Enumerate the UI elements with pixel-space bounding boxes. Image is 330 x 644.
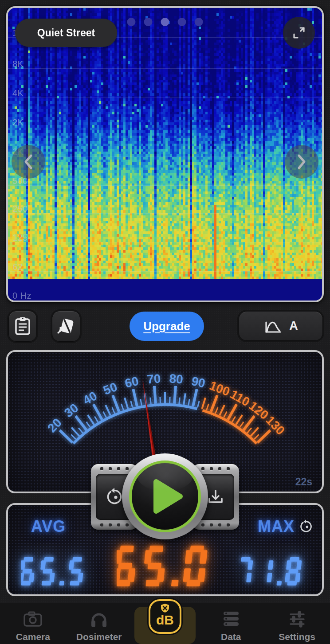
max-label: MAX — [258, 517, 295, 536]
current-value — [117, 546, 222, 589]
freq-gridline — [8, 271, 322, 272]
spectrogram-panel[interactable]: 16K8K4K2K1K500250125620 Hz Quiet Street — [6, 6, 324, 302]
tab-label: Camera — [16, 632, 50, 642]
save-download-icon — [206, 487, 225, 507]
chevron-right-icon — [295, 153, 308, 171]
svg-text:50: 50 — [101, 380, 119, 398]
freq-label: 4K — [12, 88, 24, 98]
svg-text:70: 70 — [146, 371, 161, 386]
spectrogram-canvas[interactable] — [8, 8, 322, 301]
elapsed-time: 22s — [295, 476, 312, 488]
film-perforations — [192, 523, 239, 527]
db-badge-icon: dB — [149, 599, 181, 634]
shield-icon — [160, 603, 170, 613]
svg-text:110: 110 — [228, 387, 252, 409]
tab-label: Data — [221, 632, 241, 642]
freq-label: 0 Hz — [12, 291, 31, 301]
freq-gridline — [8, 185, 322, 186]
freq-label: 125 — [12, 233, 28, 243]
prev-page-button[interactable] — [12, 145, 45, 179]
play-button[interactable] — [122, 453, 208, 539]
fullscreen-icon — [291, 25, 306, 40]
play-button-face — [129, 461, 201, 532]
freq-label: 250 — [12, 204, 28, 214]
page-dot[interactable] — [161, 18, 169, 26]
camera-icon — [23, 611, 43, 628]
page-dot[interactable] — [127, 18, 136, 26]
freq-label: 8K — [12, 59, 24, 69]
tab-label: Dosimeter — [76, 632, 122, 642]
tab-data[interactable]: Data — [198, 603, 264, 644]
chevron-left-icon — [22, 153, 35, 171]
freq-gridline — [8, 242, 322, 242]
expand-button[interactable] — [283, 17, 315, 49]
app-screen: 16K8K4K2K1K500250125620 Hz Quiet Street — [0, 0, 330, 644]
page-dot[interactable] — [144, 18, 153, 26]
notes-button[interactable] — [8, 311, 37, 342]
sliders-icon — [288, 611, 306, 628]
svg-text:90: 90 — [190, 374, 207, 390]
clipboard-icon — [14, 316, 31, 336]
tab-settings[interactable]: Settings — [264, 603, 330, 644]
max-value — [239, 557, 312, 588]
play-icon — [151, 477, 185, 515]
page-dot[interactable] — [195, 18, 203, 26]
preset-title: Quiet Street — [37, 27, 95, 39]
reset-max-icon[interactable] — [298, 519, 314, 535]
svg-text:100: 100 — [208, 379, 232, 399]
freq-label: 62 — [12, 262, 23, 272]
preset-title-pill: Quiet Street — [15, 19, 117, 47]
page-dot[interactable] — [178, 18, 186, 26]
tab-dosimeter[interactable]: Dosimeter — [66, 603, 132, 644]
upgrade-button[interactable]: Upgrade — [130, 312, 204, 341]
list-icon — [222, 611, 240, 627]
film-perforations — [91, 523, 138, 527]
freq-gridline — [8, 127, 322, 127]
next-page-button[interactable] — [285, 145, 318, 179]
freq-gridline — [8, 156, 322, 156]
page-dots[interactable] — [127, 18, 203, 26]
svg-text:40: 40 — [81, 389, 99, 407]
db-badge-label: dB — [156, 613, 174, 627]
upgrade-label: Upgrade — [143, 320, 190, 333]
freq-gridline — [8, 68, 322, 69]
freq-label: 2K — [12, 117, 24, 128]
sound-cards-button[interactable] — [52, 311, 80, 342]
avg-label: AVG — [31, 517, 66, 536]
freq-gridline — [8, 98, 322, 98]
tab-meter[interactable]: dBMeter — [132, 603, 198, 644]
tab-label: Settings — [279, 632, 315, 642]
freq-gridline — [8, 213, 322, 214]
weighting-curve-icon — [263, 319, 282, 334]
svg-text:80: 80 — [169, 371, 184, 386]
svg-text:60: 60 — [123, 374, 140, 390]
tab-bar: Camera Dosimeter dBMeter Data Settings — [0, 603, 330, 644]
sound-card-icon — [56, 316, 76, 336]
avg-value — [21, 557, 95, 588]
weighting-value: A — [289, 319, 298, 333]
frequency-weighting-button[interactable]: A — [239, 311, 323, 341]
headphones-icon — [89, 611, 109, 628]
tab-camera[interactable]: Camera — [0, 603, 66, 644]
